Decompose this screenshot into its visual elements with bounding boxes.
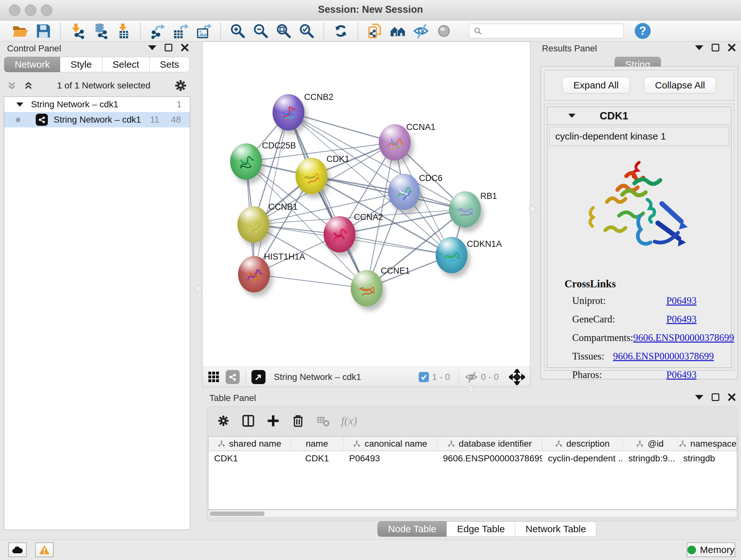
- table-cell[interactable]: cyclin-dependent ...: [542, 451, 623, 466]
- table-cell[interactable]: P06493: [343, 451, 437, 466]
- search-field[interactable]: [469, 23, 624, 38]
- column-header-name[interactable]: name: [291, 436, 343, 451]
- column-header-namespace[interactable]: namespace: [677, 436, 737, 451]
- node-label: CDC25B: [262, 141, 296, 151]
- left-splitter-handle[interactable]: [195, 286, 202, 293]
- gear-icon[interactable]: [174, 78, 188, 92]
- network-node-ccne1[interactable]: [351, 270, 383, 307]
- crosslink-link[interactable]: P06493: [666, 295, 697, 307]
- open-session-icon[interactable]: [11, 22, 29, 40]
- show-eye-icon[interactable]: [435, 22, 453, 40]
- column-header-id[interactable]: @id: [623, 436, 677, 451]
- protein-structure-image: [547, 148, 731, 275]
- import-network-database-icon[interactable]: [91, 22, 110, 40]
- tree-expand-icon[interactable]: [16, 103, 23, 107]
- table-cell[interactable]: 9606.ENSP00000378699: [437, 451, 542, 466]
- warnings-button[interactable]: [35, 543, 54, 557]
- network-collection-row[interactable]: String Network – cdk1 1: [4, 97, 190, 112]
- network-node-ccna2[interactable]: [324, 216, 355, 253]
- panel-float-icon[interactable]: [165, 44, 172, 51]
- tab-select[interactable]: Select: [102, 57, 150, 72]
- tab-node-table[interactable]: Node Table: [378, 521, 447, 537]
- panel-close-icon[interactable]: [728, 393, 736, 401]
- export-image-icon[interactable]: [195, 22, 212, 40]
- panel-float-icon[interactable]: [712, 393, 719, 401]
- column-header-database-identifier[interactable]: database identifier: [437, 436, 542, 451]
- network-status-dot: [16, 118, 20, 122]
- right-splitter-handle[interactable]: [529, 206, 536, 212]
- table-cell[interactable]: stringdb:9...: [623, 451, 677, 466]
- network-node-ccna1[interactable]: [379, 124, 411, 161]
- crosslink-link[interactable]: P06493: [666, 369, 697, 381]
- panel-menu-icon[interactable]: [695, 45, 703, 50]
- network-node-cdc6[interactable]: [388, 174, 420, 210]
- expand-all-button[interactable]: Expand All: [562, 77, 630, 94]
- tab-network-table[interactable]: Network Table: [515, 521, 597, 537]
- network-node-cdc25b[interactable]: [230, 143, 262, 180]
- network-thumbnail-icon[interactable]: [226, 370, 240, 384]
- panel-close-icon[interactable]: [181, 44, 189, 52]
- hide-eye-icon[interactable]: [412, 22, 430, 40]
- import-network-file-icon[interactable]: [69, 22, 86, 40]
- table-panel-title: Table Panel: [209, 393, 256, 403]
- network-node-cdk1[interactable]: [295, 158, 327, 194]
- zoom-out-icon[interactable]: [252, 22, 270, 40]
- column-header-shared-name[interactable]: shared name: [208, 436, 291, 451]
- table-cell[interactable]: CDK1: [291, 451, 343, 466]
- bottom-splitter-handle[interactable]: [467, 385, 474, 392]
- selected-items-checkbox[interactable]: [419, 372, 429, 382]
- network-canvas[interactable]: CCNB2CCNA1CDC25BCDK1CDC6RB1CCNB1CCNA2CDK…: [203, 42, 530, 367]
- collapse-card-icon[interactable]: [568, 114, 576, 118]
- table-gear-icon[interactable]: [217, 414, 230, 428]
- save-session-icon[interactable]: [35, 22, 52, 40]
- zoom-selected-icon[interactable]: [298, 22, 316, 40]
- network-node-ccnb1[interactable]: [238, 206, 269, 243]
- column-header-canonical-name[interactable]: canonical name: [343, 436, 437, 451]
- clone-network-icon[interactable]: [366, 22, 384, 40]
- crosslink-link[interactable]: 9606.ENSP00000378699: [613, 351, 714, 362]
- table-cell[interactable]: stringdb: [677, 451, 737, 466]
- panel-menu-icon[interactable]: [695, 395, 703, 400]
- help-button[interactable]: ?: [635, 23, 651, 39]
- hidden-items-icon[interactable]: [465, 371, 478, 383]
- search-input[interactable]: [485, 26, 619, 36]
- detach-view-icon[interactable]: [252, 370, 266, 384]
- select-columns-icon[interactable]: [242, 414, 255, 428]
- export-table-icon[interactable]: [172, 22, 190, 40]
- network-row[interactable]: String Network – cdk1 11 48: [4, 112, 190, 127]
- memory-button[interactable]: Memory: [687, 543, 735, 557]
- cloud-status-button[interactable]: [8, 543, 27, 557]
- tab-edge-table[interactable]: Edge Table: [447, 521, 515, 537]
- refresh-icon[interactable]: [332, 22, 350, 40]
- panel-menu-icon[interactable]: [148, 45, 156, 50]
- delete-column-icon[interactable]: [291, 414, 305, 428]
- crosslink-link[interactable]: 9606.ENSP00000378699: [633, 332, 734, 344]
- crosslink-row: Pharos:P06493: [564, 369, 714, 381]
- panel-float-icon[interactable]: [712, 44, 719, 51]
- add-column-icon[interactable]: [266, 414, 280, 428]
- table-horizontal-scrollbar[interactable]: [208, 510, 737, 517]
- import-table-file-icon[interactable]: [115, 22, 132, 40]
- table-cell[interactable]: CDK1: [208, 451, 291, 466]
- edge-count: 48: [171, 115, 181, 125]
- grid-view-icon[interactable]: [208, 371, 220, 383]
- zoom-in-icon[interactable]: [229, 22, 247, 40]
- scrollbar-thumb[interactable]: [210, 511, 265, 516]
- crosslink-link[interactable]: P06493: [666, 314, 697, 325]
- network-node-ccnb2[interactable]: [273, 94, 305, 131]
- network-node-cdkn1a[interactable]: [435, 237, 468, 273]
- expand-all-tree-icon[interactable]: [23, 80, 34, 91]
- zoom-fit-icon[interactable]: [275, 22, 293, 40]
- column-header-description[interactable]: description: [542, 436, 623, 451]
- houses-icon[interactable]: [389, 22, 407, 40]
- tab-network[interactable]: Network: [4, 57, 60, 72]
- tab-sets[interactable]: Sets: [149, 57, 190, 72]
- gene-card-header[interactable]: CDK1: [547, 107, 731, 125]
- tab-style[interactable]: Style: [60, 57, 103, 72]
- collapse-all-button[interactable]: Collapse All: [644, 77, 717, 94]
- fit-selected-crosshair-icon[interactable]: [509, 369, 525, 385]
- export-network-icon[interactable]: [149, 22, 166, 40]
- panel-close-icon[interactable]: [728, 44, 736, 52]
- network-node-rb1[interactable]: [449, 191, 481, 228]
- collapse-all-tree-icon[interactable]: [6, 80, 17, 91]
